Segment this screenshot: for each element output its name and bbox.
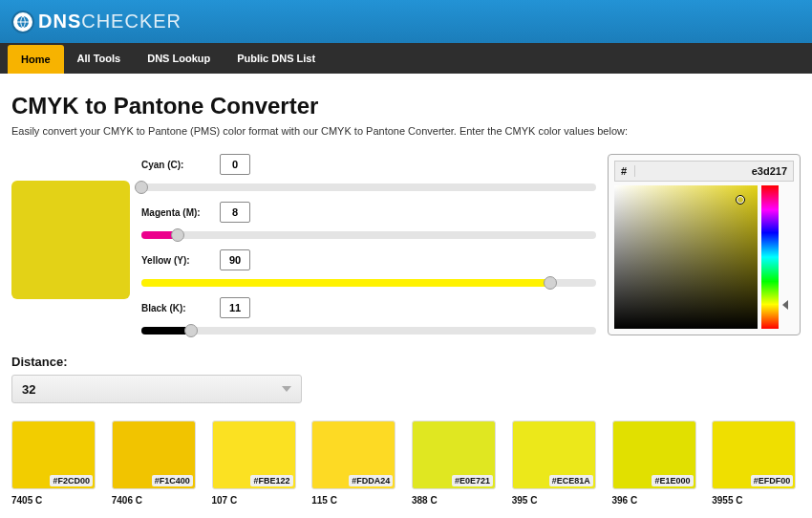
hex-input-row[interactable]: # e3d217 [614, 161, 794, 182]
slider-label-yellow: Yellow (Y): [141, 255, 210, 266]
caret-down-icon [282, 386, 291, 392]
slider-thumb-yellow[interactable] [544, 276, 557, 290]
pantone-card[interactable]: #FBE122107 C [212, 421, 301, 506]
logo-text: DNSCHECKER [38, 11, 182, 32]
pantone-swatch: #EFDF00 [712, 421, 796, 489]
slider-label-black: Black (K): [141, 303, 210, 313]
sv-cursor-icon[interactable] [736, 195, 745, 205]
pantone-hex: #F1C400 [152, 475, 193, 486]
site-header: DNSCHECKER [0, 0, 812, 43]
slider-track-magenta[interactable] [141, 228, 596, 242]
distance-label: Distance: [11, 355, 801, 369]
hue-slider[interactable] [761, 185, 779, 329]
pantone-hex: #F2CD00 [50, 475, 93, 486]
pantone-name: 7406 C [112, 495, 201, 506]
slider-value-magenta[interactable] [220, 202, 250, 223]
slider-track-yellow[interactable] [141, 276, 596, 290]
pantone-results: #F2CD007405 C#F1C4007406 C#FBE122107 C#F… [11, 421, 801, 506]
hex-hash: # [621, 165, 635, 177]
slider-thumb-black[interactable] [184, 324, 198, 337]
color-picker[interactable]: # e3d217 [608, 154, 801, 335]
pantone-swatch: #FBE122 [212, 421, 296, 489]
slider-thumb-magenta[interactable] [171, 228, 184, 242]
main-nav: HomeAll ToolsDNS LookupPublic DNS List [0, 43, 812, 74]
pantone-card[interactable]: #F2CD007405 C [11, 421, 100, 506]
pantone-name: 107 C [212, 495, 301, 506]
pantone-card[interactable]: #EFDF003955 C [712, 421, 801, 506]
slider-thumb-cyan[interactable] [135, 181, 148, 194]
pantone-swatch: #F1C400 [112, 421, 196, 489]
hue-arrow-icon[interactable] [782, 300, 788, 310]
slider-value-cyan[interactable] [220, 154, 250, 175]
slider-track-cyan[interactable] [141, 181, 596, 194]
pantone-card[interactable]: #ECE81A395 C [512, 421, 601, 506]
pantone-name: 396 C [612, 495, 701, 506]
slider-label-magenta: Magenta (M): [141, 207, 210, 218]
pantone-swatch: #ECE81A [512, 421, 596, 489]
pantone-name: 3955 C [712, 495, 801, 506]
distance-value: 32 [22, 382, 35, 397]
slider-value-black[interactable] [220, 297, 250, 318]
pantone-swatch: #E1E000 [612, 421, 696, 489]
pantone-name: 388 C [412, 495, 501, 506]
pantone-card[interactable]: #E1E000396 C [612, 421, 701, 506]
logo-globe-icon [11, 11, 34, 33]
pantone-card[interactable]: #FDDA24115 C [311, 421, 400, 506]
pantone-hex: #E1E000 [652, 475, 693, 486]
logo[interactable]: DNSCHECKER [11, 11, 182, 33]
pantone-swatch: #E0E721 [412, 421, 496, 489]
cmyk-sliders: Cyan (C):Magenta (M):Yellow (Y):Black (K… [141, 154, 596, 345]
pantone-swatch: #F2CD00 [11, 421, 96, 489]
pantone-hex: #ECE81A [549, 475, 593, 486]
saturation-value-panel[interactable] [614, 185, 758, 329]
nav-item-dns-lookup[interactable]: DNS Lookup [134, 43, 224, 74]
slider-label-cyan: Cyan (C): [141, 160, 210, 170]
page-title: CMYK to Pantone Converter [11, 93, 801, 119]
pantone-name: 115 C [311, 495, 400, 506]
pantone-hex: #FBE122 [250, 475, 292, 486]
nav-item-public-dns-list[interactable]: Public DNS List [224, 43, 329, 74]
slider-track-black[interactable] [141, 324, 596, 337]
page-description: Easily convert your CMYK to Pantone (PMS… [11, 125, 801, 137]
pantone-hex: #FDDA24 [349, 475, 393, 486]
nav-item-all-tools[interactable]: All Tools [64, 43, 135, 74]
pantone-card[interactable]: #E0E721388 C [412, 421, 501, 506]
pantone-hex: #E0E721 [452, 475, 493, 486]
distance-select[interactable]: 32 [11, 375, 302, 403]
nav-item-home[interactable]: Home [8, 45, 64, 74]
pantone-swatch: #FDDA24 [311, 421, 395, 489]
hex-value[interactable]: e3d217 [635, 165, 787, 177]
color-preview-swatch [11, 181, 130, 299]
pantone-card[interactable]: #F1C4007406 C [112, 421, 201, 506]
slider-value-yellow[interactable] [220, 249, 250, 270]
hue-strip[interactable] [761, 185, 779, 329]
pantone-name: 7405 C [11, 495, 100, 506]
pantone-name: 395 C [512, 495, 601, 506]
pantone-hex: #EFDF00 [751, 475, 794, 486]
